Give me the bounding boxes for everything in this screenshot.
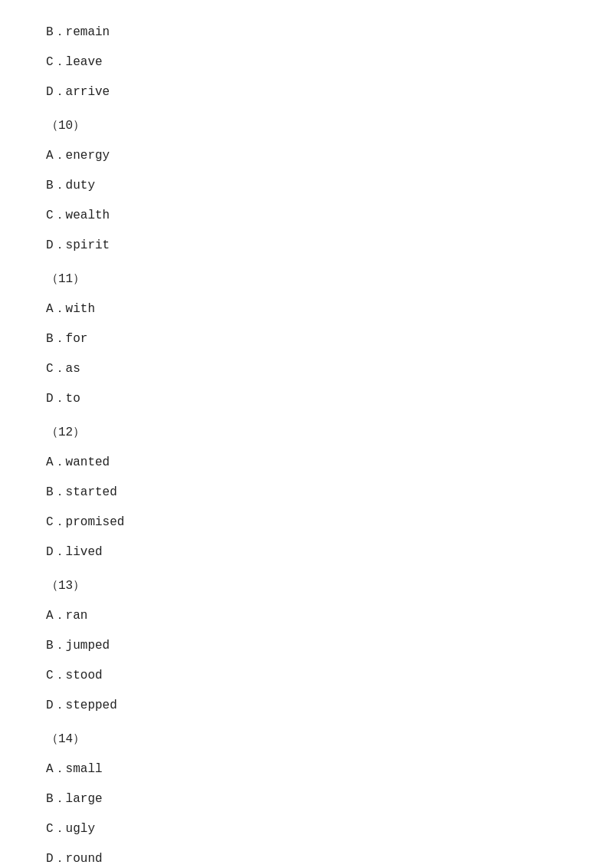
option-line: C．stood <box>46 663 567 689</box>
option-line: C．promised <box>46 510 567 535</box>
option-line: B．large <box>46 787 567 812</box>
option-line: A．ran <box>46 603 567 629</box>
option-line: B．jumped <box>46 633 567 659</box>
option-line: A．energy <box>46 143 567 169</box>
option-line: D．spirit <box>46 233 567 258</box>
option-line: D．stepped <box>46 693 567 718</box>
question-number: （11） <box>46 268 567 291</box>
question-number: （14） <box>46 728 567 751</box>
option-line: C．ugly <box>46 817 567 842</box>
option-line: D．to <box>46 386 567 412</box>
option-line: A．with <box>46 297 567 322</box>
main-content: B．remainC．leaveD．arrive（10）A．energyB．dut… <box>46 20 567 868</box>
option-line: B．started <box>46 480 567 505</box>
question-number: （13） <box>46 575 567 597</box>
question-number: （12） <box>46 422 567 444</box>
option-line: B．for <box>46 327 567 352</box>
option-line: D．arrive <box>46 80 567 105</box>
option-line: C．as <box>46 357 567 382</box>
option-line: B．remain <box>46 20 567 45</box>
option-line: A．wanted <box>46 450 567 475</box>
option-line: B．duty <box>46 173 567 199</box>
question-number: （10） <box>46 115 567 137</box>
option-line: C．wealth <box>46 203 567 229</box>
option-line: D．round <box>46 847 567 868</box>
option-line: C．leave <box>46 50 567 75</box>
option-line: D．lived <box>46 540 567 565</box>
option-line: A．small <box>46 757 567 782</box>
